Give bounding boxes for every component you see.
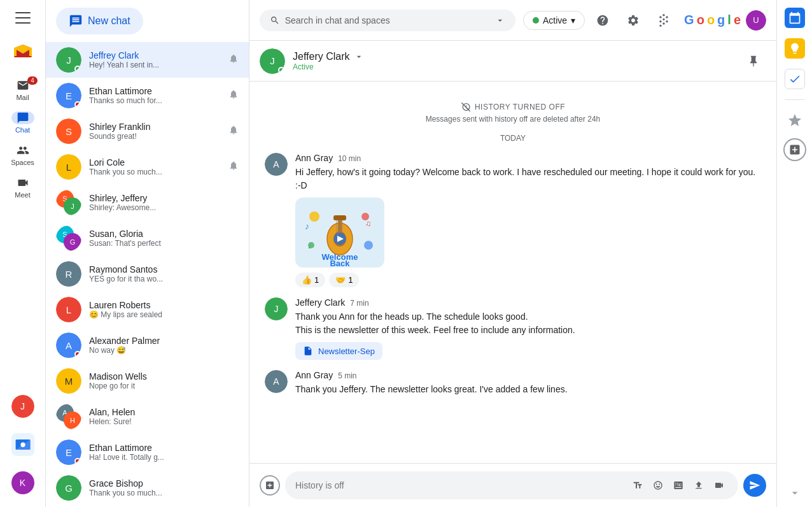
contact-ethan-lattimore-2[interactable]: E Ethan Lattimore Ha! Love it. Totally g… <box>46 434 249 470</box>
tasks-button[interactable] <box>782 66 808 92</box>
active-status-button[interactable]: Active ▾ <box>523 11 585 30</box>
spaces-label: Spaces <box>11 159 34 166</box>
bell-icon-2 <box>228 89 239 102</box>
svg-point-22 <box>308 242 314 248</box>
svg-text:♪: ♪ <box>305 221 309 231</box>
contact-grace-bishop[interactable]: G Grace Bishop Thank you so much... <box>46 470 249 506</box>
meet-label: Meet <box>15 191 30 199</box>
add-attachment-button[interactable] <box>260 475 280 496</box>
message-reactions: 👍1 🤝1 <box>295 273 761 287</box>
new-chat-button[interactable]: New chat <box>56 8 143 34</box>
search-icon <box>270 15 280 26</box>
svg-point-21 <box>364 241 373 250</box>
ann-gray-avatar: A <box>265 153 288 176</box>
search-bar <box>260 10 515 31</box>
sidebar-header: New chat <box>46 0 249 42</box>
history-notice: HISTORY TURNED OFF Messages sent with hi… <box>265 102 761 124</box>
chat-input-actions <box>629 476 728 494</box>
panel-divider <box>785 99 805 100</box>
search-input[interactable] <box>285 15 491 25</box>
svg-rect-1 <box>15 17 31 18</box>
contact-madison-wells[interactable]: M Madison Wells Nope go for it <box>46 363 249 399</box>
chat-header: J Jeffery Clark Active <box>249 41 776 82</box>
chat-input-box <box>285 471 738 499</box>
sidebar-item-spaces[interactable]: Spaces <box>0 139 45 171</box>
video-button[interactable] <box>710 476 728 494</box>
contact-list: J Jeffrey Clark Hey! Yeah I sent in... E… <box>46 42 249 507</box>
help-button[interactable] <box>590 8 615 33</box>
add-panel-button[interactable] <box>783 138 806 161</box>
nav-rail: Mail 4 Chat Spaces Meet J <box>0 0 46 507</box>
ann-message-2: Ann Gray 5 min Thank you Jeffery. The ne… <box>295 370 761 396</box>
jeffery-clark-avatar: J <box>265 297 288 320</box>
chat-input-area <box>249 463 776 507</box>
dropdown-icon <box>354 52 364 62</box>
active-dot <box>533 17 539 24</box>
svg-point-20 <box>361 213 369 220</box>
svg-point-5 <box>20 443 25 447</box>
spark-button[interactable] <box>782 108 808 133</box>
nav-avatar-2[interactable] <box>11 428 34 461</box>
newsletter-attachment[interactable]: Newsletter-Sep <box>295 342 382 360</box>
upload-button[interactable] <box>690 476 708 494</box>
chevron-down-icon <box>495 15 505 26</box>
emoji-button[interactable] <box>649 476 667 494</box>
top-bar-right: Active ▾ Google U <box>523 8 766 33</box>
contact-susan-gloria[interactable]: S G Susan, Gloria Susan: That's perfect <box>46 220 249 256</box>
bell-icon-4 <box>228 161 239 173</box>
mail-label: Mail <box>16 94 29 101</box>
apps-button[interactable] <box>651 8 676 33</box>
thumbs-up-reaction[interactable]: 👍1 <box>295 273 325 287</box>
menu-icon[interactable] <box>10 5 36 33</box>
chat-body: HISTORY TURNED OFF Messages sent with hi… <box>249 82 776 463</box>
ann-gray-message: Ann Gray 10 min Hi Jeffery, how's it goi… <box>295 153 761 287</box>
settings-button[interactable] <box>620 8 646 33</box>
svg-rect-2 <box>15 22 31 24</box>
message-row: A Ann Gray 10 min Hi Jeffery, how's it g… <box>265 153 761 287</box>
message-row-ann-2: A Ann Gray 5 min Thank you Jeffery. The … <box>265 370 761 396</box>
notes-button[interactable] <box>782 36 808 61</box>
chat-input[interactable] <box>295 480 624 490</box>
jeffery-message: Jeffery Clark 7 min Thank you Ann for th… <box>295 297 761 360</box>
svg-rect-11 <box>333 215 346 220</box>
contact-raymond-santos[interactable]: R Raymond Santos YES go for it tha wo... <box>46 256 249 292</box>
chat-contact-status: Active <box>293 62 741 71</box>
message-row-jeffery: J Jeffery Clark 7 min Thank you Ann for … <box>265 297 761 360</box>
chat-contact-avatar: J <box>260 48 285 74</box>
contact-jeffrey-clark[interactable]: J Jeffrey Clark Hey! Yeah I sent in... <box>46 42 249 78</box>
welcome-back-sticker: ♪ ♫ ♩ Welcome Back <box>295 197 384 268</box>
google-logo: Google <box>684 13 741 27</box>
nav-avatar-1[interactable]: J <box>11 390 34 423</box>
screen-share-button[interactable] <box>669 476 687 494</box>
handshake-reaction[interactable]: 🤝1 <box>329 273 359 287</box>
bell-icon <box>228 54 239 66</box>
format-text-button[interactable] <box>629 476 647 494</box>
nav-avatar-3[interactable]: K <box>11 466 34 499</box>
sidebar: New chat J Jeffrey Clark Hey! Yeah I sen… <box>46 0 249 507</box>
contact-alexander-palmer[interactable]: A Alexander Palmer No way 😅 <box>46 327 249 363</box>
contact-shirley-jeffery[interactable]: S J Shirley, Jeffery Shirley: Awesome... <box>46 185 249 220</box>
top-bar: Active ▾ Google U <box>249 0 776 41</box>
pin-button[interactable] <box>741 48 766 74</box>
calendar-button[interactable] <box>782 5 808 31</box>
gmail-logo <box>10 38 36 66</box>
ann-gray-avatar-2: A <box>265 370 288 393</box>
mail-badge: 4 <box>27 76 38 85</box>
svg-text:Back: Back <box>330 259 350 268</box>
bell-icon-3 <box>228 125 239 138</box>
contact-lauren-roberts[interactable]: L Lauren Roberts 😊 My lips are sealed <box>46 292 249 327</box>
contact-ethan-lattimore-1[interactable]: E Ethan Lattimore Thanks so much for... <box>46 78 249 113</box>
sidebar-item-meet[interactable]: Meet <box>0 171 45 204</box>
svg-point-19 <box>309 211 319 222</box>
sidebar-item-mail[interactable]: Mail 4 <box>0 74 45 106</box>
date-divider: TODAY <box>265 134 761 143</box>
chat-contact-name[interactable]: Jeffery Clark <box>293 51 741 62</box>
send-button[interactable] <box>743 474 766 497</box>
right-panel-expand[interactable] <box>788 487 801 507</box>
sidebar-item-chat[interactable]: Chat <box>0 106 45 139</box>
contact-lori-cole[interactable]: L Lori Cole Thank you so much... <box>46 149 249 185</box>
contact-shirley-franklin[interactable]: S Shirley Franklin Sounds great! <box>46 113 249 149</box>
contact-alan-helen[interactable]: A H Alan, Helen Helen: Sure! <box>46 399 249 434</box>
user-avatar[interactable]: U <box>746 10 766 31</box>
right-panel <box>776 0 812 507</box>
